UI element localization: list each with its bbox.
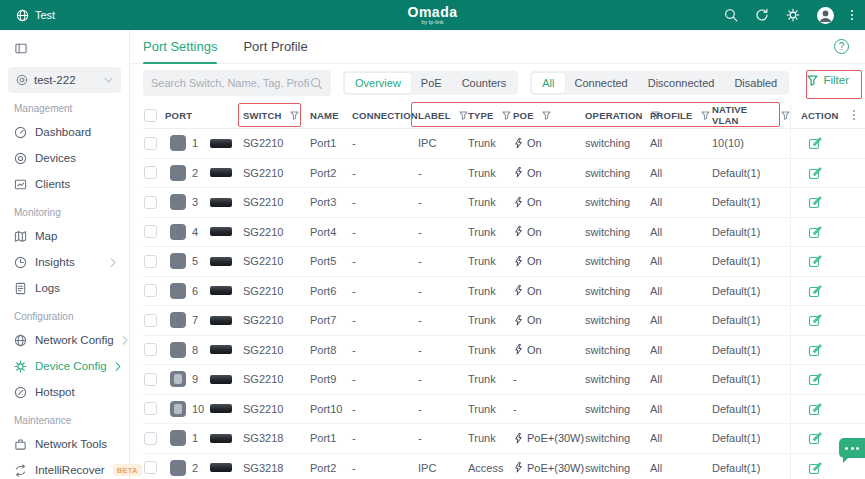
row-checkbox[interactable] [144,284,157,297]
search-input[interactable] [151,77,310,89]
sidebar-item-logs[interactable]: Logs [0,275,129,301]
edit-port-button[interactable] [808,461,822,475]
table-row[interactable]: 2SG3218Port2-IPCAccessPoE+(30W)switching… [143,454,865,479]
cell-type: Trunk [468,432,496,444]
port-number: 9 [192,373,198,385]
cell-profile: All [650,226,662,238]
table-row[interactable]: 3SG2210Port3--TrunkOnswitchingAllDefault… [143,188,865,218]
table-row[interactable]: 6SG2210Port6--TrunkOnswitchingAllDefault… [143,277,865,307]
sidebar-item-network-tools[interactable]: Network Tools [0,431,129,457]
help-icon[interactable]: ? [834,39,849,54]
row-checkbox[interactable] [144,196,157,209]
port-number: 5 [192,255,198,267]
sidebar-item-hotspot[interactable]: Hotspot [0,379,129,405]
sidebar-collapse-icon[interactable] [14,42,28,55]
row-checkbox[interactable] [144,461,157,474]
edit-port-button[interactable] [808,284,822,298]
poe-bolt-icon [513,226,524,237]
edit-port-button[interactable] [808,225,822,239]
port-icon [170,165,186,181]
site-selector[interactable]: test-222 [8,67,121,93]
avatar[interactable] [817,7,834,24]
sidebar-item-insights[interactable]: Insights [0,249,129,275]
row-checkbox[interactable] [144,402,157,415]
sidebar-item-device-config[interactable]: Device Config [0,353,129,379]
status-tab-disabled[interactable]: Disabled [724,73,787,93]
view-tab-counters[interactable]: Counters [452,73,517,93]
funnel-icon[interactable] [459,111,468,120]
funnel-icon[interactable] [290,111,299,120]
funnel-icon[interactable] [502,111,511,120]
tab-port-profile[interactable]: Port Profile [243,30,307,64]
cell-connection: - [352,314,356,326]
edit-port-button[interactable] [808,166,822,180]
row-checkbox[interactable] [144,225,157,238]
search-icon[interactable] [724,8,738,22]
sidebar-item-devices[interactable]: Devices [0,145,129,171]
cell-name: Port5 [310,255,336,267]
cell-profile: All [650,373,662,385]
sidebar-item-map[interactable]: Map [0,223,129,249]
funnel-icon[interactable] [781,111,790,120]
edit-port-button[interactable] [808,402,822,416]
edit-port-button[interactable] [808,136,822,150]
cell-connection: - [352,255,356,267]
sidebar-item-label: Device Config [35,360,107,372]
tab-port-settings[interactable]: Port Settings [143,30,217,64]
table-row[interactable]: 8SG2210Port8--TrunkOnswitchingAllDefault… [143,336,865,366]
table-row[interactable]: 2SG2210Port2--TrunkOnswitchingAllDefault… [143,159,865,189]
cell-operation: switching [585,432,630,444]
edit-port-button[interactable] [808,372,822,386]
select-all-checkbox[interactable] [144,109,157,122]
poe-bolt-icon [513,167,524,178]
table-row[interactable]: 1SG3218Port1--TrunkPoE+(30W)switchingAll… [143,424,865,454]
funnel-icon[interactable] [542,111,551,120]
funnel-icon[interactable] [701,111,710,120]
port-icon [170,430,186,446]
sidebar-section: MonitoringMapInsightsLogs [0,201,129,301]
row-checkbox[interactable] [144,255,157,268]
row-checkbox[interactable] [144,314,157,327]
port-number: 6 [192,285,198,297]
cell-name: Port1 [310,432,336,444]
row-checkbox[interactable] [144,343,157,356]
sidebar-item-clients[interactable]: Clients [0,171,129,197]
more-menu-icon[interactable] [851,8,854,22]
table-row[interactable]: 4SG2210Port4--TrunkOnswitchingAllDefault… [143,218,865,248]
row-checkbox[interactable] [144,137,157,150]
status-tab-all[interactable]: All [532,73,564,93]
table-row[interactable]: 7SG2210Port7--TrunkOnswitchingAllDefault… [143,306,865,336]
refresh-icon[interactable] [755,8,769,22]
sfp-port-icon [170,371,186,387]
port-icon [170,460,186,476]
status-tab-connected[interactable]: Connected [565,73,638,93]
table-row[interactable]: 10SG2210Port10--Trunk-switchingAllDefaul… [143,395,865,425]
site-menu[interactable]: Test [0,9,55,22]
cell-profile: All [650,462,662,474]
switch-name: SG3218 [243,462,283,474]
row-checkbox[interactable] [144,432,157,445]
view-tab-poe[interactable]: PoE [411,73,452,93]
switch-thumbnail [210,404,232,413]
filter-button[interactable]: Filter [807,74,849,86]
row-checkbox[interactable] [144,373,157,386]
edit-port-button[interactable] [808,343,822,357]
sidebar-item-network-config[interactable]: Network Config [0,327,129,353]
edit-port-button[interactable] [808,313,822,327]
status-tab-disconnected[interactable]: Disconnected [638,73,725,93]
settings-icon[interactable] [786,8,800,22]
chat-bubble-button[interactable] [839,438,865,458]
edit-port-button[interactable] [808,195,822,209]
table-row[interactable]: 1SG2210Port1-IPCTrunkOnswitchingAll10(10… [143,129,865,159]
sidebar-item-intellirecover[interactable]: IntelliRecoverBETA [0,457,129,479]
view-toggle-group: OverviewPoECounters [343,71,518,95]
table-row[interactable]: 9SG2210Port9--Trunk-switchingAllDefault(… [143,365,865,395]
table-row[interactable]: 5SG2210Port5--TrunkOnswitchingAllDefault… [143,247,865,277]
sidebar-item-dashboard[interactable]: Dashboard [0,119,129,145]
column-menu-icon[interactable] [853,108,856,122]
edit-port-button[interactable] [808,431,822,445]
row-checkbox[interactable] [144,166,157,179]
cell-label: - [418,403,422,415]
view-tab-overview[interactable]: Overview [345,73,411,93]
edit-port-button[interactable] [808,254,822,268]
